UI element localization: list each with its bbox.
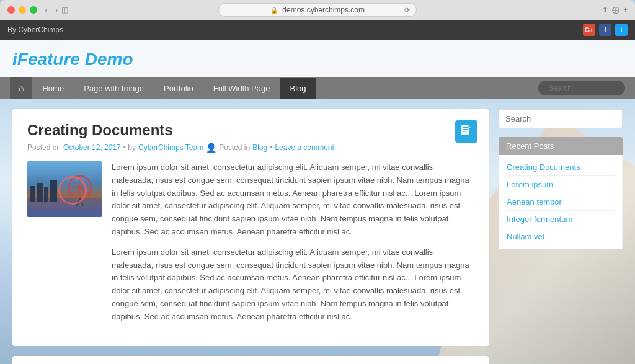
svg-rect-4 [463, 131, 466, 132]
reload-icon[interactable]: ⟳ [404, 6, 410, 14]
top-bar: By CyberChimps G+ f t [0, 20, 635, 40]
svg-rect-8 [30, 186, 35, 202]
svg-rect-11 [50, 180, 57, 202]
social-icons: G+ f t [583, 24, 628, 36]
post-card-creating-documents: Creating Documents Posted on October 12,… [12, 109, 489, 346]
site-header: iFeature Demo [0, 40, 635, 77]
main-content: Creating Documents Posted on October 12,… [0, 99, 635, 364]
post-card-lorem-ipsum: Lorem ipsum [12, 356, 489, 364]
post-image-inner [27, 161, 102, 217]
svg-rect-3 [463, 129, 468, 130]
recent-posts-heading: Recent Posts [499, 137, 623, 155]
nav-search-input[interactable] [538, 81, 625, 95]
minimize-button[interactable] [19, 6, 26, 14]
svg-marker-5 [468, 125, 471, 128]
share-button[interactable]: ⬆ [602, 6, 608, 14]
facebook-icon[interactable]: f [599, 24, 611, 36]
nav-home-button[interactable]: ⌂ [10, 77, 32, 99]
sidebar: Recent Posts Creating Documents Lorem ip… [499, 109, 623, 364]
address-bar[interactable]: 🔒 demos.cyberchimps.com ⟳ [218, 3, 417, 17]
post-body-creating-documents: Lorem ipsum dolor sit amet, consectetur … [112, 161, 474, 331]
maximize-button[interactable] [30, 6, 37, 14]
site-title[interactable]: iFeature Demo [12, 50, 623, 69]
lock-icon: 🔒 [270, 7, 278, 14]
post-document-icon [455, 120, 477, 143]
svg-rect-9 [37, 183, 43, 202]
nav-item-home[interactable]: Home [32, 78, 74, 99]
post-title-creating-documents[interactable]: Creating Documents [27, 122, 474, 139]
post-paragraph-2: Lorem ipsum dolor sit amet, consectetur … [112, 246, 474, 324]
svg-line-16 [72, 179, 88, 195]
twitter-icon[interactable]: t [615, 24, 628, 36]
add-button[interactable]: + [623, 6, 628, 14]
address-text: demos.cyberchimps.com [282, 6, 365, 14]
sidebar-search-input[interactable] [499, 109, 623, 128]
svg-rect-2 [463, 127, 468, 128]
close-button[interactable] [7, 6, 15, 14]
post-meta-creating-documents: Posted on October 12, 2017 • by CyberChi… [27, 143, 474, 153]
post-date[interactable]: October 12, 2017 [63, 143, 121, 152]
new-tab-button[interactable]: ⨁ [612, 6, 619, 14]
nav-item-page-with-image[interactable]: Page with Image [74, 78, 154, 99]
recent-post-aenean-tempor[interactable]: Aenean tempor [507, 193, 615, 211]
recent-post-integer-fermentum[interactable]: Integer fermentum [507, 211, 615, 228]
posts-area: Creating Documents Posted on October 12,… [12, 109, 489, 364]
post-category[interactable]: Blog [252, 143, 267, 152]
post-comment-link[interactable]: Leave a comment [275, 143, 334, 152]
window-chrome: ‹ › ◫ 🔒 demos.cyberchimps.com ⟳ ⬆ ⨁ + [0, 0, 635, 20]
google-plus-icon[interactable]: G+ [583, 24, 595, 36]
svg-point-17 [78, 185, 82, 189]
post-paragraph-1: Lorem ipsum dolor sit amet, consectetur … [112, 161, 474, 239]
forward-button[interactable]: › [55, 5, 58, 15]
posted-on-label: Posted on [27, 143, 61, 152]
nav-item-blog[interactable]: Blog [280, 78, 316, 99]
recent-post-lorem-ipsum[interactable]: Lorem ipsum [507, 176, 615, 193]
tab-view-button[interactable]: ◫ [61, 6, 68, 14]
brand-label: By CyberChimps [7, 25, 63, 34]
svg-rect-10 [44, 187, 48, 202]
back-button[interactable]: ‹ [45, 5, 48, 15]
recent-post-creating-documents[interactable]: Creating Documents [507, 159, 615, 176]
nav-bar: ⌂ Home Page with Image Portfolio Full Wi… [0, 77, 635, 99]
post-author[interactable]: CyberChimps Team [138, 143, 203, 152]
recent-post-nullam-vel[interactable]: Nullam vel [507, 228, 615, 245]
author-avatar-icon: 👤 [206, 143, 216, 153]
post-thumbnail[interactable] [27, 161, 102, 217]
recent-posts-list: Creating Documents Lorem ipsum Aenean te… [499, 155, 623, 249]
post-content: Lorem ipsum dolor sit amet, consectetur … [27, 161, 474, 331]
nav-item-full-width[interactable]: Full Width Page [203, 78, 280, 99]
nav-item-portfolio[interactable]: Portfolio [154, 78, 203, 99]
